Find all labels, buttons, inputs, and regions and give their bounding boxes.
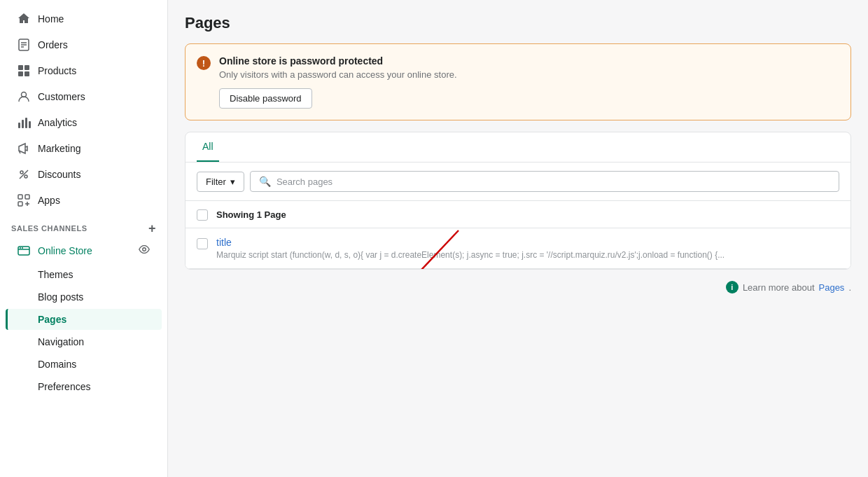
svg-rect-6 [18, 71, 23, 76]
sidebar-sub-item-blog-posts[interactable]: Blog posts [6, 286, 162, 307]
row-title[interactable]: title [216, 237, 839, 248]
svg-rect-10 [22, 120, 24, 128]
svg-point-21 [22, 247, 23, 249]
sidebar-item-discounts[interactable]: Discounts [6, 162, 162, 187]
online-store-eye-icon [138, 243, 150, 258]
filter-row: Filter ▾ 🔍 [186, 163, 850, 201]
svg-rect-17 [25, 195, 29, 199]
page-title: Pages [185, 14, 851, 32]
sidebar-item-apps-label: Apps [38, 195, 60, 206]
sidebar-item-orders-label: Orders [38, 39, 68, 50]
alert-title: Online store is password protected [219, 55, 839, 67]
tabs: All [186, 132, 850, 163]
svg-rect-11 [25, 118, 27, 128]
products-icon [17, 64, 31, 78]
filter-button[interactable]: Filter ▾ [197, 172, 244, 192]
marketing-icon [17, 141, 31, 155]
svg-point-13 [20, 171, 23, 174]
tab-all[interactable]: All [197, 132, 219, 162]
sidebar-item-marketing[interactable]: Marketing [6, 136, 162, 161]
alert-banner: ! Online store is password protected Onl… [185, 43, 851, 120]
showing-text: Showing 1 Page [216, 209, 286, 220]
add-channel-button[interactable]: + [148, 222, 156, 235]
svg-rect-16 [18, 195, 22, 199]
footer-text: Learn more about [743, 282, 815, 293]
home-icon [17, 12, 31, 26]
row-checkbox[interactable] [197, 238, 208, 249]
svg-rect-4 [18, 65, 23, 70]
pages-link[interactable]: Pages [819, 282, 845, 293]
info-icon: i [726, 281, 738, 293]
svg-rect-12 [29, 121, 31, 128]
footer-period: . [848, 282, 851, 293]
sidebar-item-analytics[interactable]: Analytics [6, 110, 162, 135]
apps-icon [17, 193, 31, 207]
sidebar-item-home[interactable]: Home [6, 6, 162, 32]
sidebar-item-analytics-label: Analytics [38, 117, 77, 128]
main-content: Pages ! Online store is password protect… [168, 0, 868, 477]
sidebar: Home Orders Prod [0, 0, 168, 477]
discounts-icon [17, 167, 31, 181]
svg-rect-7 [24, 71, 29, 76]
search-wrapper: 🔍 [250, 171, 839, 192]
table-row: title Marquiz script start (function(w, … [186, 228, 850, 269]
sidebar-item-customers-label: Customers [38, 91, 85, 102]
sidebar-sub-item-preferences[interactable]: Preferences [6, 376, 162, 397]
alert-description: Only visitors with a password can access… [219, 69, 839, 80]
search-icon: 🔍 [259, 176, 271, 187]
online-store-icon [17, 244, 31, 258]
alert-content: Online store is password protected Only … [219, 55, 839, 109]
svg-point-22 [143, 248, 146, 251]
sidebar-item-discounts-label: Discounts [38, 169, 80, 180]
sidebar-sub-item-pages[interactable]: Pages [6, 309, 162, 330]
svg-point-14 [24, 175, 27, 178]
row-content: title Marquiz script start (function(w, … [216, 237, 839, 260]
sidebar-sub-item-navigation[interactable]: Navigation [6, 331, 162, 352]
footer-info: i Learn more about Pages . [185, 270, 851, 305]
svg-rect-18 [18, 202, 22, 206]
row-description: Marquiz script start (function(w, d, s, … [216, 250, 839, 260]
svg-point-20 [20, 247, 21, 249]
chevron-down-icon: ▾ [230, 177, 235, 187]
sidebar-sub-item-themes[interactable]: Themes [6, 264, 162, 285]
sidebar-item-home-label: Home [38, 13, 64, 25]
search-input[interactable] [276, 177, 830, 187]
sidebar-item-customers[interactable]: Customers [6, 84, 162, 109]
sidebar-item-online-store[interactable]: Online Store [6, 238, 162, 263]
svg-rect-5 [24, 65, 29, 70]
disable-password-button[interactable]: Disable password [219, 88, 312, 109]
sales-channels-section: SALES CHANNELS + [0, 214, 167, 237]
sidebar-item-marketing-label: Marketing [38, 143, 80, 154]
analytics-icon [17, 116, 31, 130]
alert-icon: ! [197, 56, 211, 70]
sidebar-item-apps[interactable]: Apps [6, 188, 162, 213]
sidebar-item-products[interactable]: Products [6, 58, 162, 83]
customers-icon [17, 90, 31, 104]
svg-rect-9 [18, 123, 20, 128]
select-all-checkbox[interactable] [197, 209, 208, 221]
pages-card: All Filter ▾ 🔍 Showing 1 Page title Marq [185, 132, 851, 270]
sidebar-item-products-label: Products [38, 65, 76, 76]
table-header-row: Showing 1 Page [186, 201, 850, 228]
orders-icon [17, 38, 31, 52]
sidebar-item-orders[interactable]: Orders [6, 32, 162, 57]
sidebar-sub-item-domains[interactable]: Domains [6, 354, 162, 375]
